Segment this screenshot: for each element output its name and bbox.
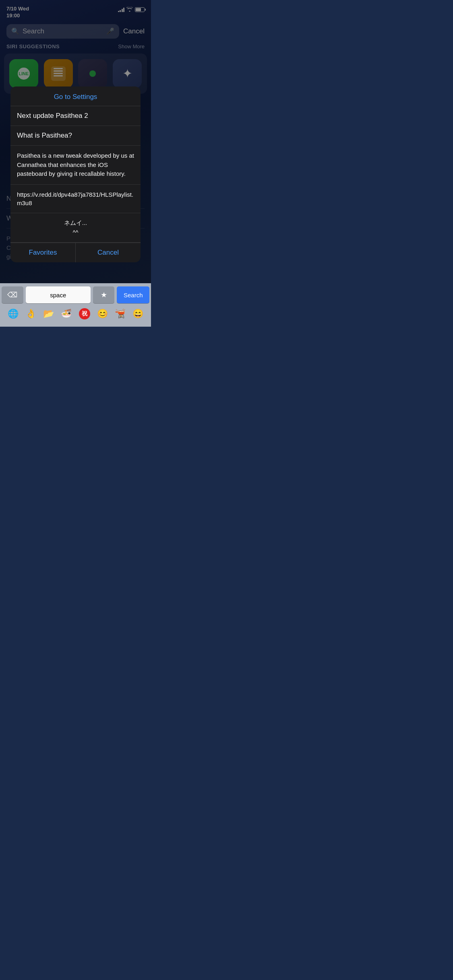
emoji-celebrate[interactable]: 祝 bbox=[79, 308, 90, 319]
emoji-noodle[interactable]: 🍜 bbox=[61, 309, 72, 319]
emoji-grin[interactable]: 😄 bbox=[132, 309, 143, 319]
emoji-bar: 🌐 👌 📂 🍜 祝 😊 🫕 😄 bbox=[0, 305, 151, 327]
goto-settings-button[interactable]: Go to Settings bbox=[54, 93, 97, 101]
space-key[interactable]: space bbox=[26, 286, 91, 303]
emoji-smile[interactable]: 😊 bbox=[97, 309, 108, 319]
emoji-folder[interactable]: 📂 bbox=[43, 309, 54, 319]
menu-item-text-2: What is Pasithea? bbox=[17, 132, 72, 139]
emoticon-text: ネムイ... ^^ bbox=[17, 218, 134, 237]
menu-body-text: Pasithea is a new tweak developed by us … bbox=[17, 152, 134, 177]
menu-body: Pasithea is a new tweak developed by us … bbox=[10, 146, 141, 185]
keyboard-top-row: ⌫ space ★ Search bbox=[0, 283, 151, 305]
menu-header: Go to Settings bbox=[10, 86, 141, 106]
emoji-pot[interactable]: 🫕 bbox=[115, 309, 126, 319]
cancel-button[interactable]: Cancel bbox=[76, 243, 141, 262]
menu-url[interactable]: https://v.redd.it/dpv4a87ja7831/HLSPlayl… bbox=[10, 185, 141, 213]
menu-url-text: https://v.redd.it/dpv4a87ja7831/HLSPlayl… bbox=[17, 191, 133, 206]
search-key-label: Search bbox=[124, 292, 143, 299]
keyboard-area: ⌫ space ★ Search 🌐 👌 📂 🍜 祝 😊 🫕 😄 bbox=[0, 283, 151, 327]
search-key[interactable]: Search bbox=[117, 286, 149, 303]
emoji-globe[interactable]: 🌐 bbox=[8, 309, 19, 319]
star-key[interactable]: ★ bbox=[93, 286, 115, 303]
menu-actions: Favorites Cancel bbox=[10, 243, 141, 262]
menu-item-text-1: Next update Pasithea 2 bbox=[17, 112, 88, 119]
delete-icon: ⌫ bbox=[7, 290, 17, 299]
menu-item-2[interactable]: What is Pasithea? bbox=[10, 126, 141, 146]
emoji-ok[interactable]: 👌 bbox=[25, 309, 36, 319]
space-label: space bbox=[50, 292, 66, 299]
menu-item-1[interactable]: Next update Pasithea 2 bbox=[10, 106, 141, 126]
context-menu: Go to Settings Next update Pasithea 2 Wh… bbox=[10, 86, 141, 262]
favorites-button[interactable]: Favorites bbox=[10, 243, 76, 262]
delete-key[interactable]: ⌫ bbox=[2, 286, 23, 303]
menu-emoticon: ネムイ... ^^ bbox=[10, 213, 141, 243]
star-icon: ★ bbox=[101, 290, 107, 299]
